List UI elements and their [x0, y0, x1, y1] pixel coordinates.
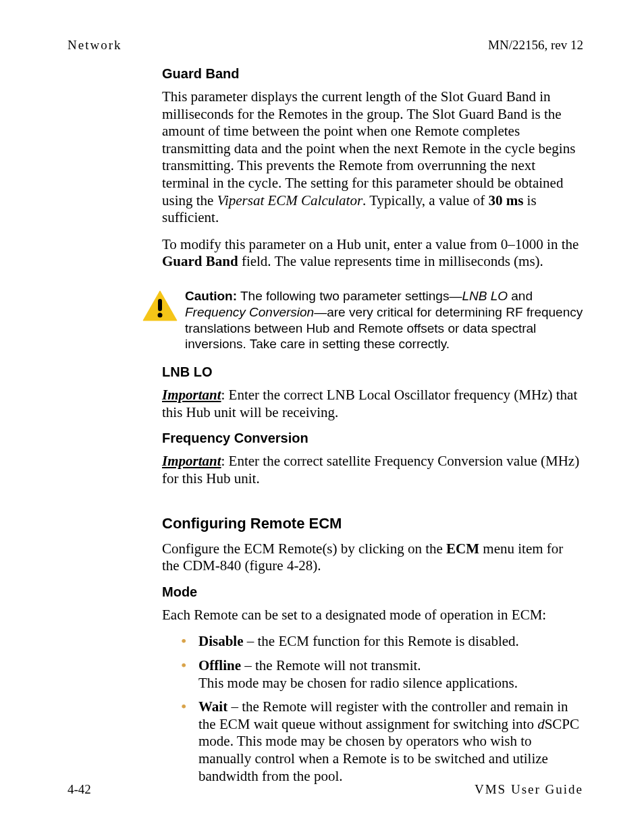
paragraph: Each Remote can be set to a designated m…: [162, 607, 583, 624]
heading-lnb-lo: LNB LO: [162, 364, 583, 380]
mode-list: Disable – the ECM function for this Remo…: [181, 633, 583, 785]
svg-rect-2: [158, 299, 162, 311]
text-italic: d: [537, 716, 545, 732]
page-header: Network MN/22156, rev 12: [68, 38, 583, 53]
text: : Enter the correct LNB Local Oscillator…: [162, 387, 577, 420]
text-important: Important: [162, 387, 221, 403]
paragraph: To modify this parameter on a Hub unit, …: [162, 236, 583, 271]
text-bold: 30 ms: [488, 192, 523, 209]
text: and: [508, 289, 533, 303]
text-bold: Guard Band: [162, 253, 238, 269]
text-bold: ECM: [446, 541, 479, 557]
warning-icon: [142, 289, 178, 325]
mode-name: Wait: [198, 698, 227, 715]
text: Configure the ECM Remote(s) by clicking …: [162, 541, 446, 557]
text-italic: LNB LO: [462, 289, 508, 303]
list-item: Disable – the ECM function for this Remo…: [181, 633, 583, 651]
mode-name: Offline: [198, 657, 241, 673]
text: This parameter displays the current leng…: [162, 88, 575, 209]
page-number: 4-42: [68, 782, 91, 797]
text-important: Important: [162, 453, 221, 469]
heading-configuring-remote-ecm: Configuring Remote ECM: [162, 515, 583, 532]
text: This mode may be chosen for radio silenc…: [198, 675, 518, 691]
list-item: Wait – the Remote will register with the…: [181, 698, 583, 785]
heading-frequency-conversion: Frequency Conversion: [162, 431, 583, 446]
text: – the ECM function for this Remote is di…: [244, 633, 519, 649]
heading-mode: Mode: [162, 584, 583, 600]
text: The following two parameter settings—: [240, 289, 462, 303]
text-italic: Vipersat ECM Calculator: [217, 192, 363, 209]
text: field. The value represents time in mill…: [238, 253, 543, 269]
caution-text: Caution: The following two parameter set…: [185, 288, 583, 352]
heading-guard-band: Guard Band: [162, 66, 583, 82]
content-column: Guard Band This parameter displays the c…: [162, 66, 583, 785]
paragraph: Important: Enter the correct satellite F…: [162, 453, 583, 487]
mode-name: Disable: [198, 633, 244, 649]
list-item: Offline – the Remote will not transmit. …: [181, 657, 583, 692]
paragraph: Configure the ECM Remote(s) by clicking …: [162, 541, 583, 575]
header-right: MN/22156, rev 12: [488, 38, 583, 53]
text-italic: Frequency Conversion: [185, 305, 314, 319]
text: To modify this parameter on a Hub unit, …: [162, 236, 579, 252]
caution-block: Caution: The following two parameter set…: [142, 288, 583, 352]
caution-label: Caution:: [185, 289, 237, 303]
text: The following two parameter settings—LNB…: [185, 289, 583, 351]
paragraph: This parameter displays the current leng…: [162, 88, 583, 227]
text: . Typically, a value of: [363, 192, 488, 209]
text: – the Remote will not transmit.: [241, 657, 421, 673]
text: – the Remote will register with the cont…: [198, 698, 568, 732]
svg-point-3: [158, 313, 163, 318]
text: : Enter the correct satellite Frequency …: [162, 453, 579, 487]
page-footer: 4-42 VMS User Guide: [68, 782, 583, 797]
paragraph: Important: Enter the correct LNB Local O…: [162, 387, 583, 421]
header-left: Network: [68, 38, 122, 53]
page: Network MN/22156, rev 12 Guard Band This…: [0, 0, 644, 828]
footer-title: VMS User Guide: [475, 782, 583, 797]
